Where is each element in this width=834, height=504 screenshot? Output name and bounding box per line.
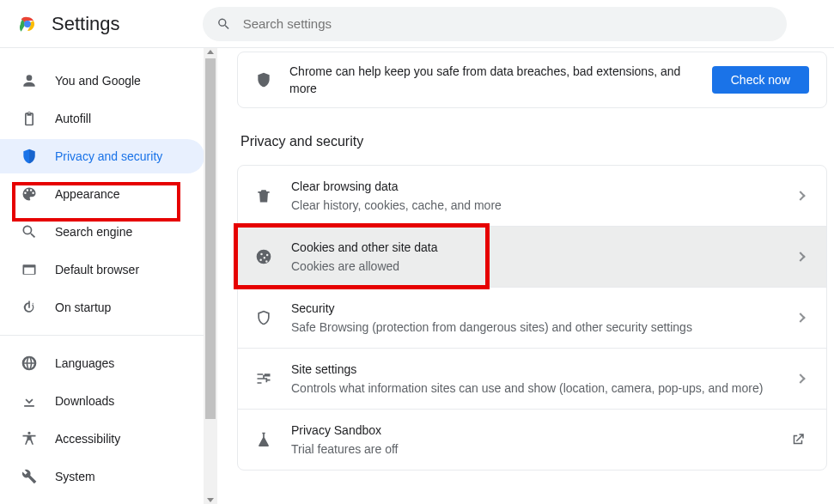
tune-icon xyxy=(255,370,272,387)
sidebar-item-you-and-google[interactable]: You and Google xyxy=(0,64,204,98)
sidebar: You and Google Autofill Privacy and secu… xyxy=(0,48,220,504)
sidebar-item-label: Default browser xyxy=(55,263,139,276)
download-icon xyxy=(21,392,38,410)
row-title: Privacy Sandbox xyxy=(291,422,790,439)
row-cookies[interactable]: Cookies and other site data Cookies are … xyxy=(238,227,826,288)
sidebar-item-label: Search engine xyxy=(55,225,132,239)
sidebar-item-languages[interactable]: Languages xyxy=(0,346,204,380)
browser-icon xyxy=(21,261,38,278)
sidebar-item-default-browser[interactable]: Default browser xyxy=(0,252,204,287)
flask-icon xyxy=(255,431,272,448)
row-subtitle: Controls what information sites can use … xyxy=(291,380,797,397)
row-title: Cookies and other site data xyxy=(291,239,797,256)
shield-outline-icon xyxy=(255,309,272,326)
row-subtitle: Cookies are allowed xyxy=(291,258,797,275)
sidebar-item-downloads[interactable]: Downloads xyxy=(0,384,204,418)
sidebar-item-system[interactable]: System xyxy=(0,459,204,494)
sidebar-item-accessibility[interactable]: Accessibility xyxy=(0,422,204,456)
sidebar-item-label: Languages xyxy=(55,356,114,370)
shield-icon xyxy=(255,71,272,88)
shield-icon xyxy=(21,148,38,165)
check-now-button[interactable]: Check now xyxy=(712,66,809,94)
row-privacy-sandbox[interactable]: Privacy Sandbox Trial features are off xyxy=(238,410,826,470)
sidebar-item-label: On startup xyxy=(55,301,111,314)
chevron-right-icon xyxy=(795,252,805,261)
chevron-right-icon xyxy=(795,313,805,322)
row-title: Security xyxy=(291,300,797,317)
search-icon xyxy=(216,16,231,32)
chevron-right-icon xyxy=(795,191,805,200)
safety-banner: Chrome can help keep you safe from data … xyxy=(237,52,827,108)
row-subtitle: Clear history, cookies, cache, and more xyxy=(291,197,797,214)
external-link-icon xyxy=(790,432,806,447)
row-clear-browsing-data[interactable]: Clear browsing data Clear history, cooki… xyxy=(238,166,826,227)
search-input[interactable] xyxy=(243,16,773,31)
page-title: Settings xyxy=(52,13,120,35)
search-box[interactable] xyxy=(203,7,787,41)
sidebar-item-label: Privacy and security xyxy=(55,149,162,163)
globe-icon xyxy=(21,355,38,372)
divider xyxy=(0,335,204,336)
scrollbar-thumb[interactable] xyxy=(205,58,216,419)
person-icon xyxy=(21,72,38,89)
chevron-right-icon xyxy=(795,373,805,383)
main-content: Chrome can help keep you safe from data … xyxy=(220,48,834,504)
sidebar-item-label: Appearance xyxy=(55,187,120,201)
sidebar-item-appearance[interactable]: Appearance xyxy=(0,177,204,211)
sidebar-item-label: Downloads xyxy=(55,394,114,408)
settings-card: Clear browsing data Clear history, cooki… xyxy=(237,165,827,471)
row-subtitle: Trial features are off xyxy=(291,440,790,458)
banner-text: Chrome can help keep you safe from data … xyxy=(289,63,698,97)
trash-icon xyxy=(255,187,272,204)
sidebar-item-label: You and Google xyxy=(55,74,141,88)
search-icon xyxy=(21,223,38,240)
sidebar-item-label: System xyxy=(55,470,95,483)
row-site-settings[interactable]: Site settings Controls what information … xyxy=(238,349,826,410)
sidebar-item-label: Autofill xyxy=(55,112,91,125)
palette-icon xyxy=(21,185,38,203)
chrome-logo-icon xyxy=(17,14,38,34)
accessibility-icon xyxy=(21,430,38,447)
row-security[interactable]: Security Safe Browsing (protection from … xyxy=(238,288,826,349)
wrench-icon xyxy=(21,468,38,485)
sidebar-item-on-startup[interactable]: On startup xyxy=(0,290,204,325)
section-title: Privacy and security xyxy=(240,134,834,149)
cookie-icon xyxy=(255,248,272,265)
sidebar-item-privacy-security[interactable]: Privacy and security xyxy=(0,139,204,173)
row-title: Site settings xyxy=(291,361,797,378)
scroll-up-icon xyxy=(207,50,214,54)
row-title: Clear browsing data xyxy=(291,178,797,195)
header: Settings xyxy=(0,0,834,48)
sidebar-item-search-engine[interactable]: Search engine xyxy=(0,215,204,249)
power-icon xyxy=(21,299,38,316)
clipboard-icon xyxy=(21,110,38,127)
scroll-down-icon xyxy=(207,498,214,502)
row-subtitle: Safe Browsing (protection from dangerous… xyxy=(291,319,797,336)
sidebar-item-label: Accessibility xyxy=(55,432,120,446)
sidebar-scrollbar[interactable] xyxy=(204,48,217,504)
sidebar-item-autofill[interactable]: Autofill xyxy=(0,101,204,136)
